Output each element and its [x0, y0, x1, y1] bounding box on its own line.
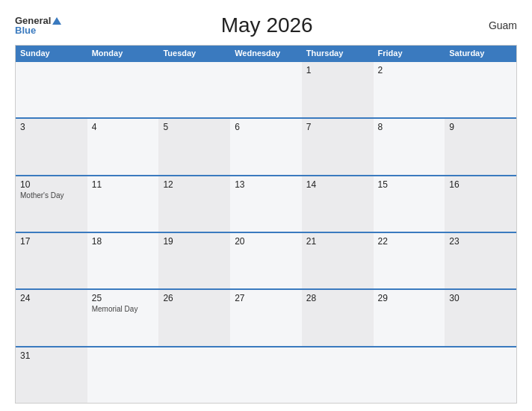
calendar-cell: 30 — [445, 290, 516, 345]
calendar-cell — [87, 62, 159, 117]
calendar-cell: 29 — [374, 290, 445, 345]
calendar-cell: 10Mother's Day — [16, 176, 87, 232]
day-number: 24 — [20, 293, 83, 303]
calendar-cell: 24 — [16, 290, 87, 345]
calendar-cell — [230, 62, 302, 117]
event-label: Mother's Day — [20, 191, 83, 200]
day-number: 10 — [20, 179, 83, 190]
day-number: 22 — [378, 236, 441, 247]
calendar-cell: 17 — [16, 233, 87, 288]
day-number: 29 — [378, 293, 441, 303]
col-header-tuesday: Tuesday — [158, 46, 230, 61]
calendar-cell: 31 — [16, 347, 87, 403]
calendar-cell — [302, 347, 374, 403]
logo: General Blue — [15, 16, 61, 35]
calendar-cell: 6 — [230, 119, 302, 174]
calendar-cell: 13 — [230, 176, 302, 232]
calendar-cell: 27 — [230, 290, 302, 345]
col-header-wednesday: Wednesday — [230, 46, 302, 61]
calendar-cell: 28 — [302, 290, 374, 345]
calendar-cell: 19 — [158, 233, 230, 288]
calendar-title: May 2026 — [61, 13, 472, 37]
day-number: 4 — [92, 122, 155, 132]
calendar-cell: 1 — [302, 62, 374, 117]
page: General Blue May 2026 Guam Sunday Monday… — [0, 0, 532, 411]
calendar-week-5: 2425Memorial Day2627282930 — [16, 288, 516, 345]
calendar-cell — [158, 347, 230, 403]
day-number: 7 — [306, 122, 369, 132]
calendar-week-3: 10Mother's Day111213141516 — [16, 175, 516, 232]
day-number: 8 — [378, 122, 441, 132]
day-number: 5 — [163, 122, 226, 132]
calendar-cell — [230, 347, 302, 403]
region-label: Guam — [472, 19, 517, 31]
calendar-cell: 7 — [302, 119, 374, 174]
calendar-cell: 18 — [87, 233, 159, 288]
logo-triangle-icon — [52, 17, 61, 25]
day-number: 15 — [378, 179, 441, 190]
calendar-cell: 2 — [374, 62, 445, 117]
calendar-cell: 15 — [374, 176, 445, 232]
day-number: 26 — [163, 293, 226, 303]
header: General Blue May 2026 Guam — [15, 13, 517, 37]
calendar-week-4: 17181920212223 — [16, 232, 516, 288]
calendar-cell: 20 — [230, 233, 302, 288]
day-number: 11 — [92, 179, 155, 190]
day-number: 31 — [20, 350, 83, 361]
calendar-cell — [158, 62, 230, 117]
day-number: 27 — [235, 293, 297, 303]
calendar-cell — [445, 347, 516, 403]
calendar-week-6: 31 — [16, 346, 516, 403]
day-number: 3 — [20, 122, 83, 132]
day-number: 30 — [449, 293, 512, 303]
calendar-week-2: 3456789 — [16, 117, 516, 174]
day-number: 16 — [449, 179, 512, 190]
day-number: 2 — [378, 65, 441, 75]
calendar-cell: 26 — [158, 290, 230, 345]
col-header-saturday: Saturday — [445, 46, 516, 61]
calendar-cell: 11 — [87, 176, 159, 232]
calendar-cell: 23 — [445, 233, 516, 288]
day-number: 20 — [235, 236, 297, 247]
event-label: Memorial Day — [92, 305, 155, 313]
day-number: 14 — [306, 179, 369, 190]
col-header-thursday: Thursday — [302, 46, 374, 61]
col-header-monday: Monday — [87, 46, 159, 61]
calendar-cell: 16 — [445, 176, 516, 232]
calendar-cell: 25Memorial Day — [87, 290, 159, 345]
calendar-cell: 21 — [302, 233, 374, 288]
day-number: 25 — [92, 293, 155, 303]
calendar-week-1: 12 — [16, 61, 516, 117]
col-header-friday: Friday — [374, 46, 445, 61]
calendar-cell: 9 — [445, 119, 516, 174]
day-number: 18 — [92, 236, 155, 247]
day-number: 17 — [20, 236, 83, 247]
calendar-cell — [16, 62, 87, 117]
calendar-cell: 4 — [87, 119, 159, 174]
day-number: 23 — [449, 236, 512, 247]
logo-blue-text: Blue — [15, 25, 36, 35]
calendar-body: 12345678910Mother's Day11121314151617181… — [16, 61, 516, 403]
day-number: 13 — [235, 179, 297, 190]
day-number: 1 — [306, 65, 369, 75]
calendar-cell: 5 — [158, 119, 230, 174]
calendar: Sunday Monday Tuesday Wednesday Thursday… — [15, 45, 517, 404]
calendar-cell: 14 — [302, 176, 374, 232]
calendar-header-row: Sunday Monday Tuesday Wednesday Thursday… — [16, 46, 516, 61]
calendar-cell: 8 — [374, 119, 445, 174]
day-number: 6 — [235, 122, 297, 132]
calendar-cell — [445, 62, 516, 117]
day-number: 28 — [306, 293, 369, 303]
col-header-sunday: Sunday — [16, 46, 87, 61]
calendar-cell — [87, 347, 159, 403]
day-number: 12 — [163, 179, 226, 190]
calendar-cell: 12 — [158, 176, 230, 232]
calendar-cell: 3 — [16, 119, 87, 174]
calendar-cell — [374, 347, 445, 403]
day-number: 9 — [449, 122, 512, 132]
day-number: 19 — [163, 236, 226, 247]
calendar-cell: 22 — [374, 233, 445, 288]
day-number: 21 — [306, 236, 369, 247]
